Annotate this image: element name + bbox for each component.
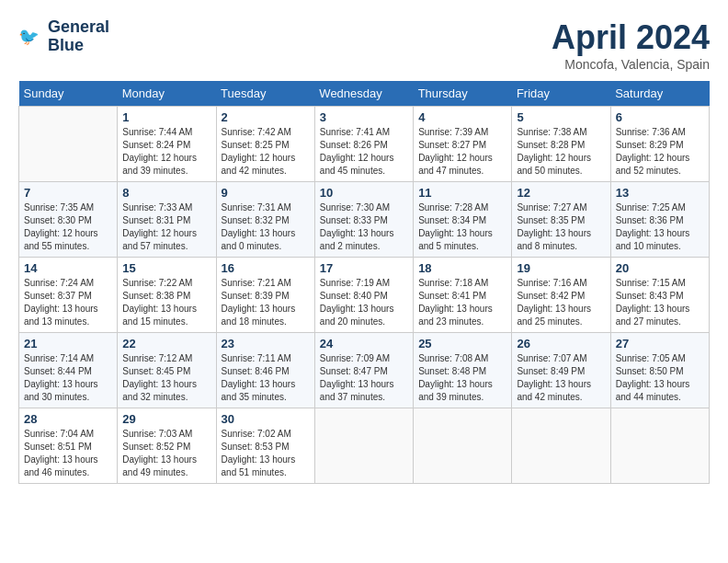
calendar-cell: 24Sunrise: 7:09 AM Sunset: 8:47 PM Dayli… — [314, 333, 413, 408]
calendar-cell: 17Sunrise: 7:19 AM Sunset: 8:40 PM Dayli… — [314, 258, 413, 333]
day-info: Sunrise: 7:41 AM Sunset: 8:26 PM Dayligh… — [320, 126, 408, 178]
calendar-cell: 26Sunrise: 7:07 AM Sunset: 8:49 PM Dayli… — [512, 333, 610, 408]
day-number: 13 — [616, 186, 704, 200]
day-number: 8 — [122, 186, 210, 200]
day-number: 6 — [616, 110, 704, 124]
day-number: 28 — [24, 412, 112, 426]
day-number: 23 — [222, 337, 310, 350]
day-header-saturday: Saturday — [610, 81, 709, 107]
calendar-cell: 30Sunrise: 7:02 AM Sunset: 8:53 PM Dayli… — [216, 408, 314, 484]
calendar-header-row: SundayMondayTuesdayWednesdayThursdayFrid… — [19, 81, 710, 107]
calendar-cell — [414, 408, 512, 484]
day-info: Sunrise: 7:09 AM Sunset: 8:47 PM Dayligh… — [320, 352, 408, 404]
svg-text:🐦: 🐦 — [18, 26, 40, 46]
day-info: Sunrise: 7:39 AM Sunset: 8:27 PM Dayligh… — [418, 126, 506, 178]
calendar-cell: 14Sunrise: 7:24 AM Sunset: 8:37 PM Dayli… — [19, 258, 118, 333]
day-header-thursday: Thursday — [414, 81, 512, 107]
calendar-cell: 10Sunrise: 7:30 AM Sunset: 8:33 PM Dayli… — [314, 182, 413, 258]
calendar-cell: 15Sunrise: 7:22 AM Sunset: 8:38 PM Dayli… — [118, 258, 216, 333]
day-info: Sunrise: 7:38 AM Sunset: 8:28 PM Dayligh… — [517, 126, 605, 178]
day-number: 4 — [418, 110, 506, 124]
calendar-cell: 3Sunrise: 7:41 AM Sunset: 8:26 PM Daylig… — [314, 107, 413, 182]
calendar-cell — [512, 408, 610, 484]
day-header-monday: Monday — [118, 81, 216, 107]
calendar-cell: 29Sunrise: 7:03 AM Sunset: 8:52 PM Dayli… — [118, 408, 216, 484]
day-info: Sunrise: 7:08 AM Sunset: 8:48 PM Dayligh… — [418, 352, 506, 404]
day-info: Sunrise: 7:11 AM Sunset: 8:46 PM Dayligh… — [222, 352, 310, 404]
day-info: Sunrise: 7:24 AM Sunset: 8:37 PM Dayligh… — [24, 277, 112, 328]
day-info: Sunrise: 7:22 AM Sunset: 8:38 PM Dayligh… — [122, 277, 210, 328]
day-number: 1 — [122, 110, 210, 124]
day-info: Sunrise: 7:31 AM Sunset: 8:32 PM Dayligh… — [222, 201, 310, 253]
calendar-cell: 25Sunrise: 7:08 AM Sunset: 8:48 PM Dayli… — [414, 333, 512, 408]
day-number: 10 — [320, 186, 408, 200]
day-number: 7 — [24, 186, 112, 200]
day-info: Sunrise: 7:18 AM Sunset: 8:41 PM Dayligh… — [418, 277, 506, 328]
calendar-cell: 8Sunrise: 7:33 AM Sunset: 8:31 PM Daylig… — [118, 182, 216, 258]
day-info: Sunrise: 7:07 AM Sunset: 8:49 PM Dayligh… — [517, 352, 605, 404]
calendar-cell: 1Sunrise: 7:44 AM Sunset: 8:24 PM Daylig… — [118, 107, 216, 182]
day-number: 27 — [616, 337, 704, 350]
month-title: April 2024 — [552, 18, 710, 57]
day-info: Sunrise: 7:19 AM Sunset: 8:40 PM Dayligh… — [320, 277, 408, 328]
day-number: 5 — [517, 110, 605, 124]
calendar-cell: 19Sunrise: 7:16 AM Sunset: 8:42 PM Dayli… — [512, 258, 610, 333]
day-number: 29 — [122, 412, 210, 426]
day-number: 16 — [222, 261, 310, 275]
calendar-cell: 27Sunrise: 7:05 AM Sunset: 8:50 PM Dayli… — [610, 333, 709, 408]
day-number: 25 — [418, 337, 506, 350]
day-info: Sunrise: 7:16 AM Sunset: 8:42 PM Dayligh… — [517, 277, 605, 328]
day-number: 18 — [418, 261, 506, 275]
day-number: 9 — [222, 186, 310, 200]
day-number: 11 — [418, 186, 506, 200]
day-number: 30 — [222, 412, 310, 426]
calendar-week-2: 14Sunrise: 7:24 AM Sunset: 8:37 PM Dayli… — [19, 258, 710, 333]
calendar-cell: 11Sunrise: 7:28 AM Sunset: 8:34 PM Dayli… — [414, 182, 512, 258]
calendar-cell — [314, 408, 413, 484]
calendar-cell: 9Sunrise: 7:31 AM Sunset: 8:32 PM Daylig… — [216, 182, 314, 258]
day-info: Sunrise: 7:36 AM Sunset: 8:29 PM Dayligh… — [616, 126, 704, 178]
day-info: Sunrise: 7:25 AM Sunset: 8:36 PM Dayligh… — [616, 201, 704, 253]
calendar-cell: 28Sunrise: 7:04 AM Sunset: 8:51 PM Dayli… — [19, 408, 118, 484]
day-info: Sunrise: 7:44 AM Sunset: 8:24 PM Dayligh… — [122, 126, 210, 178]
day-info: Sunrise: 7:02 AM Sunset: 8:53 PM Dayligh… — [222, 428, 310, 479]
day-info: Sunrise: 7:33 AM Sunset: 8:31 PM Dayligh… — [122, 201, 210, 253]
day-info: Sunrise: 7:28 AM Sunset: 8:34 PM Dayligh… — [418, 201, 506, 253]
day-number: 12 — [517, 186, 605, 200]
day-info: Sunrise: 7:14 AM Sunset: 8:44 PM Dayligh… — [24, 352, 112, 404]
calendar-week-1: 7Sunrise: 7:35 AM Sunset: 8:30 PM Daylig… — [19, 182, 710, 258]
day-number: 20 — [616, 261, 704, 275]
calendar-cell: 23Sunrise: 7:11 AM Sunset: 8:46 PM Dayli… — [216, 333, 314, 408]
location: Moncofa, Valencia, Spain — [552, 57, 710, 72]
day-number: 2 — [222, 110, 310, 124]
calendar-cell: 5Sunrise: 7:38 AM Sunset: 8:28 PM Daylig… — [512, 107, 610, 182]
calendar-cell: 21Sunrise: 7:14 AM Sunset: 8:44 PM Dayli… — [19, 333, 118, 408]
day-info: Sunrise: 7:35 AM Sunset: 8:30 PM Dayligh… — [24, 201, 112, 253]
day-info: Sunrise: 7:30 AM Sunset: 8:33 PM Dayligh… — [320, 201, 408, 253]
day-info: Sunrise: 7:04 AM Sunset: 8:51 PM Dayligh… — [24, 428, 112, 479]
day-header-sunday: Sunday — [19, 81, 118, 107]
day-number: 24 — [320, 337, 408, 350]
calendar-week-0: 1Sunrise: 7:44 AM Sunset: 8:24 PM Daylig… — [19, 107, 710, 182]
day-info: Sunrise: 7:21 AM Sunset: 8:39 PM Dayligh… — [222, 277, 310, 328]
logo-text: General Blue — [48, 18, 109, 55]
day-info: Sunrise: 7:12 AM Sunset: 8:45 PM Dayligh… — [122, 352, 210, 404]
day-header-wednesday: Wednesday — [314, 81, 413, 107]
calendar-week-4: 28Sunrise: 7:04 AM Sunset: 8:51 PM Dayli… — [19, 408, 710, 484]
day-number: 14 — [24, 261, 112, 275]
calendar-table: SundayMondayTuesdayWednesdayThursdayFrid… — [18, 81, 710, 484]
day-number: 21 — [24, 337, 112, 350]
day-number: 26 — [517, 337, 605, 350]
day-number: 22 — [122, 337, 210, 350]
logo: 🐦 General Blue — [18, 18, 109, 55]
day-number: 17 — [320, 261, 408, 275]
day-info: Sunrise: 7:27 AM Sunset: 8:35 PM Dayligh… — [517, 201, 605, 253]
day-info: Sunrise: 7:03 AM Sunset: 8:52 PM Dayligh… — [122, 428, 210, 479]
calendar-cell — [19, 107, 118, 182]
calendar-cell: 6Sunrise: 7:36 AM Sunset: 8:29 PM Daylig… — [610, 107, 709, 182]
day-number: 15 — [122, 261, 210, 275]
calendar-cell: 12Sunrise: 7:27 AM Sunset: 8:35 PM Dayli… — [512, 182, 610, 258]
logo-icon: 🐦 — [18, 24, 44, 50]
title-block: April 2024 Moncofa, Valencia, Spain — [552, 18, 710, 72]
day-info: Sunrise: 7:42 AM Sunset: 8:25 PM Dayligh… — [222, 126, 310, 178]
